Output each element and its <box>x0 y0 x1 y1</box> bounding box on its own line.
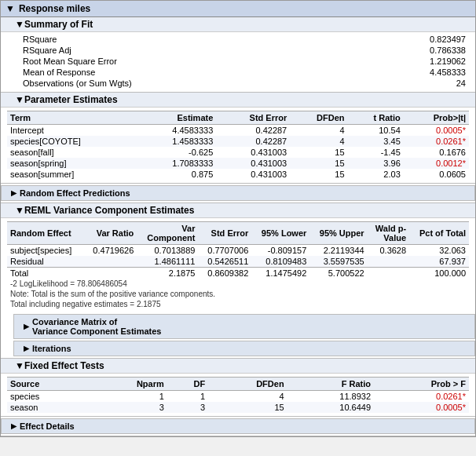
vc-cell: 1.4861111 <box>137 256 198 268</box>
table-row: species 1 1 4 11.8932 0.0261* <box>7 391 469 403</box>
prob-cell: 0.0005* <box>374 402 469 413</box>
random-effect-section: ▶ Random Effect Predictions <box>1 185 475 203</box>
covariance-wrapper: ▶ Covariance Matrix ofVariance Component… <box>1 314 475 339</box>
effect-details-section: ▶ Effect Details <box>1 418 475 436</box>
summary-table: RSquare 0.823497 RSquare Adj 0.786338 Ro… <box>20 34 469 89</box>
se-cell: 0.431003 <box>216 169 290 180</box>
fixed-effect-content: Source Nparm DF DFDen F Ratio Prob > F s… <box>1 374 475 416</box>
se-cell: 0.7707006 <box>198 245 251 257</box>
dfden-cell: 15 <box>208 402 287 413</box>
iterations-wrapper: ▶ Iterations <box>1 341 475 356</box>
effect-details-header[interactable]: ▶ Effect Details <box>1 418 475 434</box>
lower-cell: 0.8109483 <box>251 256 309 268</box>
col-std-error: Std Error <box>216 111 290 125</box>
df-cell: 1 <box>167 391 208 403</box>
col-std-error: Std Error <box>198 222 251 245</box>
covariance-header[interactable]: ▶ Covariance Matrix ofVariance Component… <box>13 314 475 339</box>
summary-triangle: ▼ <box>15 19 24 30</box>
nparm-cell: 1 <box>90 391 167 403</box>
note1: Note: Total is the sum of the positive v… <box>7 289 469 299</box>
source-cell: season <box>7 402 90 413</box>
tratio-cell: 3.45 <box>348 136 404 147</box>
note2: Total including negative estimates = 2.1… <box>7 299 469 309</box>
random-effect-header[interactable]: ▶ Random Effect Predictions <box>1 185 475 201</box>
col-df: DF <box>167 378 208 391</box>
table-row: season[fall] -0.625 0.431003 15 -1.45 0.… <box>7 147 469 158</box>
df-cell: 3 <box>167 402 208 413</box>
upper-cell: 5.700522 <box>309 268 367 279</box>
col-prob: Prob>|t| <box>404 111 469 125</box>
re-cell: Residual <box>7 256 84 268</box>
observations-label: Observations (or Sum Wgts) <box>20 78 267 89</box>
iterations-triangle: ▶ <box>24 345 29 352</box>
rsquare-adj-value: 0.786338 <box>267 45 469 56</box>
table-row: season 3 3 15 10.6449 0.0005* <box>7 402 469 413</box>
collapse-triangle[interactable]: ▼ <box>5 3 15 14</box>
table-row: season[summer] 0.875 0.431003 15 2.03 0.… <box>7 169 469 180</box>
mean-response-value: 4.458333 <box>267 67 469 78</box>
param-table-header: Term Estimate Std Error DFDen t Ratio Pr… <box>7 111 469 125</box>
col-term: Term <box>7 111 137 125</box>
se-cell: 0.42287 <box>216 125 290 137</box>
prob-cell: 0.0605 <box>404 169 469 180</box>
parameter-estimates-title: Parameter Estimates <box>24 94 118 105</box>
summary-of-fit-section: ▼ Summary of Fit RSquare 0.823497 RSquar… <box>1 17 475 93</box>
reml-triangle: ▼ <box>15 205 24 216</box>
term-cell: season[summer] <box>7 169 137 180</box>
col-95-lower: 95% Lower <box>251 222 309 245</box>
parameter-estimates-header[interactable]: ▼ Parameter Estimates <box>1 93 475 108</box>
mean-response-label: Mean of Response <box>20 67 267 78</box>
table-row: RSquare Adj 0.786338 <box>20 45 469 56</box>
reml-header[interactable]: ▼ REML Variance Component Estimates <box>1 203 475 218</box>
tratio-cell: 10.54 <box>348 125 404 137</box>
tratio-cell: -1.45 <box>348 147 404 158</box>
parameter-estimates-section: ▼ Parameter Estimates Term Estimate Std … <box>1 93 475 184</box>
table-row: Residual 1.4861111 0.5426511 0.8109483 3… <box>7 256 469 268</box>
table-row: Observations (or Sum Wgts) 24 <box>20 78 469 89</box>
fixed-effect-header[interactable]: ▼ Fixed Effect Tests <box>1 359 475 374</box>
param-table: Term Estimate Std Error DFDen t Ratio Pr… <box>7 111 469 180</box>
tratio-cell: 3.96 <box>348 158 404 169</box>
fixed-effect-title: Fixed Effect Tests <box>24 360 104 371</box>
parameter-estimates-content: Term Estimate Std Error DFDen t Ratio Pr… <box>1 108 475 183</box>
summary-of-fit-header[interactable]: ▼ Summary of Fit <box>1 17 475 32</box>
wald-cell <box>368 256 409 268</box>
col-random-effect: Random Effect <box>7 222 84 245</box>
source-cell: species <box>7 391 90 403</box>
covariance-title: Covariance Matrix ofVariance Component E… <box>32 317 161 336</box>
summary-of-fit-content: RSquare 0.823497 RSquare Adj 0.786338 Ro… <box>1 32 475 92</box>
col-dfden: DFDen <box>290 111 347 125</box>
re-cell: Total <box>7 268 84 279</box>
term-cell: Intercept <box>7 125 137 137</box>
table-row: RSquare 0.823497 <box>20 34 469 45</box>
fixed-effect-triangle: ▼ <box>15 360 24 371</box>
fratio-cell: 10.6449 <box>287 402 374 413</box>
dfden-cell: 4 <box>208 391 287 403</box>
lower-cell: 1.1475492 <box>251 268 309 279</box>
fixed-table-header: Source Nparm DF DFDen F Ratio Prob > F <box>7 378 469 391</box>
dfden-cell: 4 <box>290 136 347 147</box>
iterations-header[interactable]: ▶ Iterations <box>13 341 475 356</box>
observations-value: 24 <box>267 78 469 89</box>
estimate-cell: 4.4583333 <box>137 125 216 137</box>
prob-cell: 0.0005* <box>404 125 469 137</box>
prob-cell: 0.0261* <box>404 136 469 147</box>
rsquare-adj-label: RSquare Adj <box>20 45 267 56</box>
main-title: Response miles <box>19 3 90 14</box>
reml-section: ▼ REML Variance Component Estimates Rand… <box>1 203 475 359</box>
lower-cell: -0.809157 <box>251 245 309 257</box>
se-cell: 0.431003 <box>216 158 290 169</box>
rmse-label: Root Mean Square Error <box>20 56 267 67</box>
col-dfden: DFDen <box>208 378 287 391</box>
reml-title: REML Variance Component Estimates <box>24 205 195 216</box>
col-f-ratio: F Ratio <box>287 378 374 391</box>
fixed-table: Source Nparm DF DFDen F Ratio Prob > F s… <box>7 377 469 413</box>
summary-of-fit-title: Summary of Fit <box>24 19 93 30</box>
table-row: Mean of Response 4.458333 <box>20 67 469 78</box>
upper-cell: 2.2119344 <box>309 245 367 257</box>
prob-cell: 0.0261* <box>374 391 469 403</box>
random-effect-title: Random Effect Predictions <box>20 188 130 198</box>
col-95-upper: 95% Upper <box>309 222 367 245</box>
pct-cell: 32.063 <box>409 245 469 257</box>
col-nparm: Nparm <box>90 378 167 391</box>
